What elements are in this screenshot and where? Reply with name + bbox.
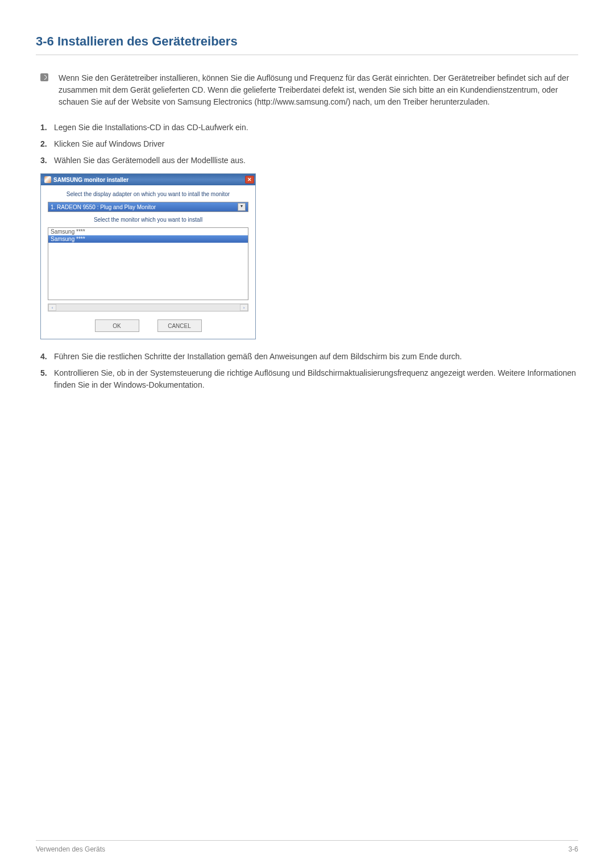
dialog-body: Select the display adapter on which you … xyxy=(41,185,255,339)
cancel-button[interactable]: CANCEL xyxy=(157,319,202,332)
chevron-down-icon[interactable]: ▾ xyxy=(238,203,246,211)
footer-right: 3-6 xyxy=(569,845,578,853)
ok-button[interactable]: OK xyxy=(95,319,139,332)
page-footer: Verwenden des Geräts 3-6 xyxy=(36,840,578,853)
step-2: Klicken Sie auf Windows Driver xyxy=(36,138,578,150)
note-icon xyxy=(40,73,48,81)
scroll-track[interactable] xyxy=(56,304,240,311)
adapter-label: Select the display adapter on which you … xyxy=(48,191,248,197)
dialog-button-row: OK CANCEL xyxy=(48,319,248,332)
scroll-left-icon[interactable]: ‹ xyxy=(48,304,56,311)
note-block: Wenn Sie den Gerätetreiber installieren,… xyxy=(36,72,578,108)
dialog-title: SAMSUNG monitor installer xyxy=(53,177,245,183)
step-5: Kontrollieren Sie, ob in der Systemsteue… xyxy=(36,367,578,391)
adapter-select[interactable]: 1. RADEON 9550 : Plug and Play Monitor ▾ xyxy=(48,202,248,212)
list-item[interactable]: Samsung **** xyxy=(48,228,248,235)
horizontal-scrollbar[interactable]: ‹ › xyxy=(48,304,248,312)
dialog-sysicon xyxy=(44,176,51,183)
monitor-listbox[interactable]: Samsung **** Samsung **** xyxy=(48,227,248,300)
adapter-select-value: 1. RADEON 9550 : Plug and Play Monitor xyxy=(51,204,238,210)
list-item[interactable]: Samsung **** xyxy=(48,235,248,243)
install-steps: Legen Sie die Installations-CD in das CD… xyxy=(36,122,578,167)
monitor-label: Select the monitor which you want to ins… xyxy=(48,217,248,223)
step-1: Legen Sie die Installations-CD in das CD… xyxy=(36,122,578,134)
install-steps-cont: Führen Sie die restlichen Schritte der I… xyxy=(36,351,578,391)
close-icon[interactable]: ✕ xyxy=(245,176,254,184)
note-text: Wenn Sie den Gerätetreiber installieren,… xyxy=(59,72,578,108)
installer-dialog-screenshot: SAMSUNG monitor installer ✕ Select the d… xyxy=(40,173,578,339)
step-4: Führen Sie die restlichen Schritte der I… xyxy=(36,351,578,363)
dialog-titlebar: SAMSUNG monitor installer ✕ xyxy=(41,174,255,185)
footer-left: Verwenden des Geräts xyxy=(36,845,105,853)
step-3: Wählen Sie das Gerätemodell aus der Mode… xyxy=(36,155,578,167)
section-heading: 3-6 Installieren des Gerätetreibers xyxy=(36,34,578,55)
scroll-right-icon[interactable]: › xyxy=(240,304,248,311)
installer-dialog: SAMSUNG monitor installer ✕ Select the d… xyxy=(40,173,256,339)
